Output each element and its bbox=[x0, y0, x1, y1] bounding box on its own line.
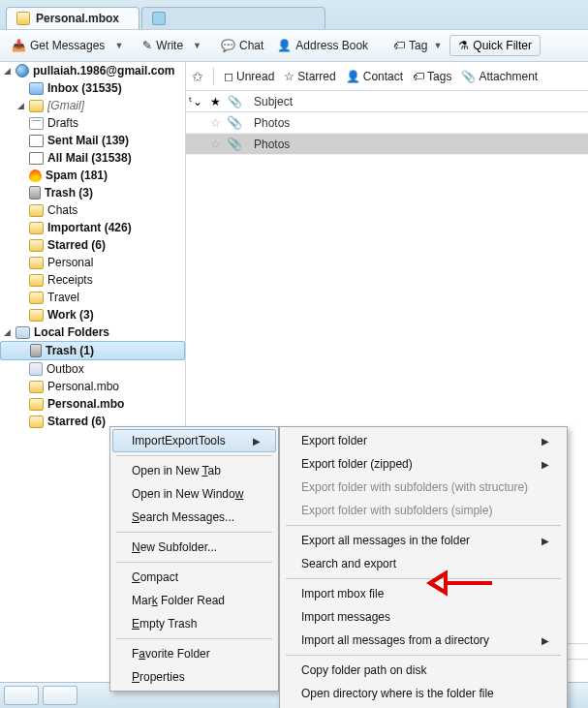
message-row[interactable]: ☆ 📎 Photos bbox=[186, 134, 588, 155]
filter-tags[interactable]: 🏷Tags bbox=[413, 70, 451, 83]
folder-label: Local Folders bbox=[34, 325, 109, 339]
tab-personal[interactable]: Personal.mbox bbox=[6, 7, 139, 29]
label: Get Messages bbox=[30, 39, 105, 52]
col-subject[interactable]: Subject bbox=[244, 95, 588, 108]
folder-chats[interactable]: Chats bbox=[0, 201, 185, 219]
folder-label: Important (426) bbox=[47, 221, 132, 234]
twisty-icon[interactable]: ◢ bbox=[2, 327, 12, 337]
menu-search-messages[interactable]: Search Messages... bbox=[112, 506, 276, 529]
label: Export folder with subfolders (simple) bbox=[301, 504, 492, 517]
local-folders-row[interactable]: ◢ Local Folders bbox=[0, 323, 185, 341]
star-icon[interactable]: ☆ bbox=[205, 138, 225, 151]
menu-open-directory[interactable]: Open directory where is the folder file bbox=[282, 682, 565, 705]
folder-work[interactable]: Work (3) bbox=[0, 306, 185, 323]
person-icon: 👤 bbox=[277, 39, 292, 52]
label: Attachment bbox=[479, 70, 538, 83]
folder-label: Personal.mbo bbox=[47, 380, 119, 393]
folder-trash[interactable]: Trash (3) bbox=[0, 184, 185, 201]
twisty-icon[interactable]: ◢ bbox=[15, 101, 25, 110]
folder-drafts[interactable]: Drafts bbox=[0, 114, 185, 132]
star-icon: ☆ bbox=[284, 70, 294, 83]
account-row[interactable]: ◢ pullaiah.1986@gmail.com bbox=[0, 62, 185, 79]
col-star[interactable]: ★ bbox=[205, 95, 225, 108]
menu-favorite-folder[interactable]: Favorite Folder bbox=[112, 642, 276, 665]
caret-icon[interactable]: ▼ bbox=[193, 41, 201, 50]
menu-export-folder-zipped[interactable]: Export folder (zipped)▶ bbox=[282, 452, 565, 476]
contact-icon: 👤 bbox=[346, 70, 360, 83]
label: Quick Filter bbox=[473, 39, 532, 52]
folder-label: Work (3) bbox=[47, 308, 94, 322]
tag-button[interactable]: 🏷 Tag ▼ bbox=[387, 36, 448, 55]
sent-icon bbox=[29, 135, 44, 147]
folder-icon bbox=[29, 292, 44, 304]
tab-inactive[interactable] bbox=[141, 7, 325, 29]
menu-search-and-export[interactable]: Search and export bbox=[282, 552, 565, 575]
folder-allmail[interactable]: All Mail (31538) bbox=[0, 149, 185, 167]
write-button[interactable]: ✎ Write bbox=[137, 36, 189, 55]
filter-starred[interactable]: ☆Starred bbox=[284, 70, 335, 83]
menu-new-subfolder[interactable]: New Subfolder... bbox=[112, 536, 276, 559]
pin-icon[interactable]: ✩ bbox=[192, 69, 203, 84]
twisty-icon[interactable]: ◢ bbox=[2, 66, 12, 76]
folder-personal-mbox1[interactable]: Personal.mbo bbox=[0, 378, 185, 395]
chat-button[interactable]: 💬 Chat bbox=[215, 36, 269, 55]
filter-contact[interactable]: 👤Contact bbox=[346, 70, 403, 83]
submenu-arrow-icon: ▶ bbox=[542, 536, 549, 546]
star-icon[interactable]: ☆ bbox=[205, 116, 225, 130]
menu-export-all-messages[interactable]: Export all messages in the folder▶ bbox=[282, 529, 565, 552]
taskbar-item[interactable] bbox=[4, 686, 39, 705]
folder-spam[interactable]: Spam (181) bbox=[0, 167, 185, 184]
folder-sent[interactable]: Sent Mail (139) bbox=[0, 132, 185, 149]
col-attach[interactable]: 📎 bbox=[225, 95, 244, 108]
caret-icon[interactable]: ▼ bbox=[114, 41, 123, 50]
folder-important[interactable]: Important (426) bbox=[0, 219, 185, 236]
menu-import-from-directory[interactable]: Import all messages from a directory▶ bbox=[282, 629, 565, 652]
trash-icon bbox=[30, 344, 42, 357]
menu-open-new-tab[interactable]: Open in New Tab bbox=[112, 459, 276, 482]
folder-label: Inbox (31535) bbox=[47, 81, 122, 95]
quick-filter-button[interactable]: ⚗ Quick Filter bbox=[449, 35, 541, 56]
folder-travel[interactable]: Travel bbox=[0, 289, 185, 306]
menu-mark-folder-read[interactable]: Mark Folder Read bbox=[112, 589, 276, 612]
folder-label: Trash (1) bbox=[46, 344, 94, 357]
folder-outbox[interactable]: Outbox bbox=[0, 360, 185, 378]
label: Tags bbox=[427, 70, 451, 83]
filter-unread[interactable]: ◻Unread bbox=[224, 70, 274, 83]
thread-toggle[interactable]: ᵗ⌄ bbox=[186, 95, 205, 108]
menu-properties[interactable]: Properties bbox=[112, 665, 276, 689]
taskbar-item[interactable] bbox=[43, 686, 77, 705]
caret-icon: ▼ bbox=[433, 41, 442, 50]
label: Mark Folder Read bbox=[132, 594, 225, 607]
get-messages-button[interactable]: 📥 Get Messages bbox=[6, 36, 110, 55]
menu-empty-trash[interactable]: Empty Trash bbox=[112, 612, 276, 635]
folder-receipts[interactable]: Receipts bbox=[0, 271, 185, 289]
label: Import all messages from a directory bbox=[301, 633, 489, 647]
label: Search Messages... bbox=[132, 510, 234, 524]
message-row[interactable]: ☆ 📎 Photos bbox=[186, 112, 588, 134]
folder-label: Trash (3) bbox=[45, 186, 93, 200]
menu-import-export-tools[interactable]: ImportExportTools ▶ bbox=[112, 429, 276, 452]
menu-export-folder[interactable]: Export folder▶ bbox=[282, 429, 565, 452]
folder-label: Receipts bbox=[47, 273, 93, 287]
folder-inbox[interactable]: Inbox (31535) bbox=[0, 79, 185, 97]
folder-label: Travel bbox=[47, 291, 79, 304]
filter-icon: ⚗ bbox=[458, 39, 469, 52]
label: Export all messages in the folder bbox=[301, 534, 470, 547]
label: Copy folder path on disk bbox=[301, 663, 426, 677]
folder-gmail[interactable]: ◢ [Gmail] bbox=[0, 97, 185, 114]
menu-open-new-window[interactable]: Open in New Window bbox=[112, 482, 276, 506]
menu-import-mbox-file[interactable]: Import mbox file bbox=[282, 582, 565, 605]
folder-personal-mbox2[interactable]: Personal.mbo bbox=[0, 395, 185, 413]
menu-compact[interactable]: Compact bbox=[112, 566, 276, 589]
address-book-button[interactable]: 👤 Address Book bbox=[271, 36, 374, 55]
folder-trash-local[interactable]: Trash (1) bbox=[0, 341, 185, 360]
folder-icon bbox=[29, 398, 44, 411]
filter-attachment[interactable]: 📎Attachment bbox=[461, 70, 538, 83]
menu-copy-folder-path[interactable]: Copy folder path on disk bbox=[282, 659, 565, 682]
menu-import-messages[interactable]: Import messages bbox=[282, 605, 565, 629]
label: ImportExportTools bbox=[132, 434, 226, 447]
folder-starred[interactable]: Starred (6) bbox=[0, 236, 185, 254]
label: Compact bbox=[132, 570, 178, 584]
unread-icon: ◻ bbox=[224, 70, 233, 83]
folder-personal[interactable]: Personal bbox=[0, 254, 185, 271]
